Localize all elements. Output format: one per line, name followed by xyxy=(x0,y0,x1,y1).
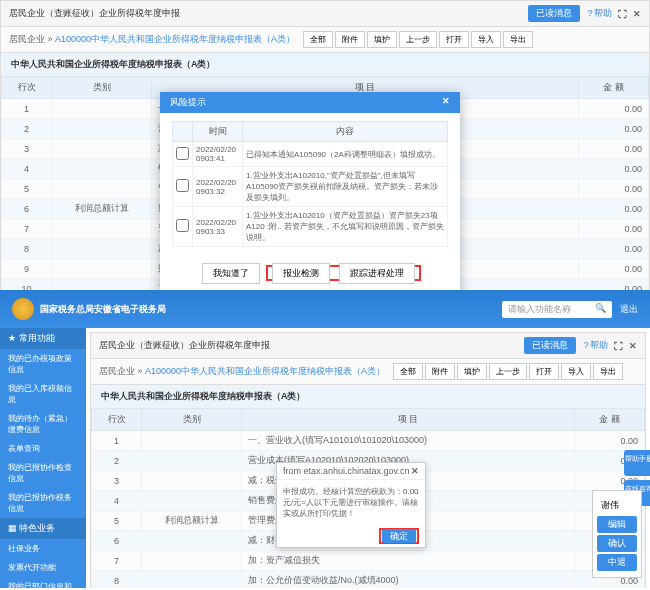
table-row: 7加：资产减值损失0.00 xyxy=(92,551,645,571)
modal-btn-know[interactable]: 我知道了 xyxy=(202,263,260,284)
search-icon: 🔍 xyxy=(595,303,606,316)
close-icon-2[interactable]: ✕ xyxy=(629,341,637,351)
modal-row: 2022/02/20 0903:331.营业外支出A102010（资产处置损益）… xyxy=(173,207,448,247)
star-icon: ★ xyxy=(8,333,16,343)
tab-export[interactable]: 导出 xyxy=(503,31,533,48)
table-title: 中华人民共和国企业所得税年度纳税申报表（A类） xyxy=(1,53,649,76)
help-link-2[interactable]: ?帮助 xyxy=(582,339,608,352)
tab-fill-2[interactable]: 填护 xyxy=(457,363,487,380)
modal-row-check[interactable] xyxy=(176,147,189,160)
grid-icon: ▦ xyxy=(8,523,16,533)
float-help[interactable]: 帮助手册 xyxy=(624,450,650,476)
tab-open[interactable]: 打开 xyxy=(439,31,469,48)
read-msg-button-2[interactable]: 已读消息 xyxy=(524,337,576,354)
gov-header: 国家税务总局安徽省电子税务局 xyxy=(12,298,166,320)
modal-row: 2022/02/20 0903:321.营业外支出A102010,"资产处置损益… xyxy=(173,167,448,207)
perm-edit[interactable]: 编辑 xyxy=(597,516,637,533)
tab-export-2[interactable]: 导出 xyxy=(593,363,623,380)
table-row: 8加：公允价值变动收益/No.(减填4000)0.00 xyxy=(92,571,645,589)
sidebar: ★ 常用功能 我的已办税项政策信息我的已入库税额信息我的待办（紧急）缴费信息表单… xyxy=(0,328,86,588)
logout-link[interactable]: 退出 xyxy=(620,303,638,316)
table-row: 1一、营业收入(填写A101010\101020\103000)0.00 xyxy=(92,431,645,451)
confirm-ok-button[interactable]: 确定 xyxy=(382,529,416,543)
read-msg-button[interactable]: 已读消息 xyxy=(528,5,580,22)
modal-close-icon[interactable]: ✕ xyxy=(442,96,450,109)
tab-attach-2[interactable]: 附件 xyxy=(425,363,455,380)
tab-fill[interactable]: 填护 xyxy=(367,31,397,48)
sidebar-item[interactable]: 我的已报协作税务信息 xyxy=(0,488,86,518)
help-link[interactable]: ?帮助 xyxy=(586,7,612,20)
confirm-title: from etax.anhui.chinatax.gov.cn xyxy=(283,466,409,476)
sidebar-item[interactable]: 社保业务 xyxy=(0,539,86,558)
breadcrumb-2: 居民企业 » A100000中华人民共和国企业所得税年度纳税申报表（A类） xyxy=(99,365,385,378)
close-icon[interactable]: ✕ xyxy=(633,9,641,19)
sidebar-section-common: ★ 常用功能 xyxy=(0,328,86,349)
tab-import-2[interactable]: 导入 xyxy=(561,363,591,380)
sidebar-item[interactable]: 我的已部门信息和业务查询 xyxy=(0,577,86,588)
sidebar-section-special: ▦ 特色业务 xyxy=(0,518,86,539)
sidebar-item[interactable]: 发票代开功能 xyxy=(0,558,86,577)
table-title-2: 中华人民共和国企业所得税年度纳税申报表（A类） xyxy=(91,385,645,408)
tab-all-2[interactable]: 全部 xyxy=(393,363,423,380)
fullscreen-icon-2[interactable]: ⛶ xyxy=(614,341,623,351)
perm-confirm[interactable]: 确认 xyxy=(597,535,637,552)
modal-btn-track[interactable]: 跟踪进程处理 xyxy=(339,263,415,284)
sidebar-item[interactable]: 表单查询 xyxy=(0,439,86,458)
tab-all[interactable]: 全部 xyxy=(303,31,333,48)
modal-title: 风险提示 xyxy=(170,96,206,109)
help-icon: ? xyxy=(582,340,590,350)
sidebar-item[interactable]: 我的已报协作检查信息 xyxy=(0,458,86,488)
emblem-icon xyxy=(12,298,34,320)
risk-modal: 风险提示 ✕ 时间内容 2022/02/20 0903:41已得知本通知A105… xyxy=(160,92,460,290)
permission-popup: 谢伟 编辑 确认 中退 xyxy=(592,490,642,578)
sidebar-item[interactable]: 我的待办（紧急）缴费信息 xyxy=(0,409,86,439)
perm-title: 谢伟 xyxy=(597,497,637,514)
sidebar-item[interactable]: 我的已入库税额信息 xyxy=(0,379,86,409)
confirm-body: 申报成功。经核计算您的税款为：0.00元/元=人以下元需进行审核操作。请核实或从… xyxy=(277,480,425,526)
page-title-2: 居民企业（查账征收）企业所得税年度申报 xyxy=(99,339,270,352)
modal-row-check[interactable] xyxy=(176,179,189,192)
search-input[interactable]: 请输入功能名称🔍 xyxy=(502,301,612,318)
help-icon: ? xyxy=(586,8,594,18)
confirm-dialog: from etax.anhui.chinatax.gov.cn✕ 申报成功。经核… xyxy=(276,462,426,548)
modal-row: 2022/02/20 0903:41已得知本通知A105090（2A科调整明细表… xyxy=(173,142,448,167)
perm-exit[interactable]: 中退 xyxy=(597,554,637,571)
tab-prev[interactable]: 上一步 xyxy=(399,31,437,48)
confirm-close-icon[interactable]: ✕ xyxy=(411,466,419,476)
modal-row-check[interactable] xyxy=(176,219,189,232)
tab-attach[interactable]: 附件 xyxy=(335,31,365,48)
breadcrumb: 居民企业 » A100000中华人民共和国企业所得税年度纳税申报表（A类） xyxy=(9,33,295,46)
tab-open-2[interactable]: 打开 xyxy=(529,363,559,380)
tab-prev-2[interactable]: 上一步 xyxy=(489,363,527,380)
page-title: 居民企业（查账征收）企业所得税年度申报 xyxy=(9,7,180,20)
fullscreen-icon[interactable]: ⛶ xyxy=(618,9,627,19)
tab-import[interactable]: 导入 xyxy=(471,31,501,48)
modal-btn-check[interactable]: 报业检测 xyxy=(272,263,330,284)
sidebar-item[interactable]: 我的已办税项政策信息 xyxy=(0,349,86,379)
